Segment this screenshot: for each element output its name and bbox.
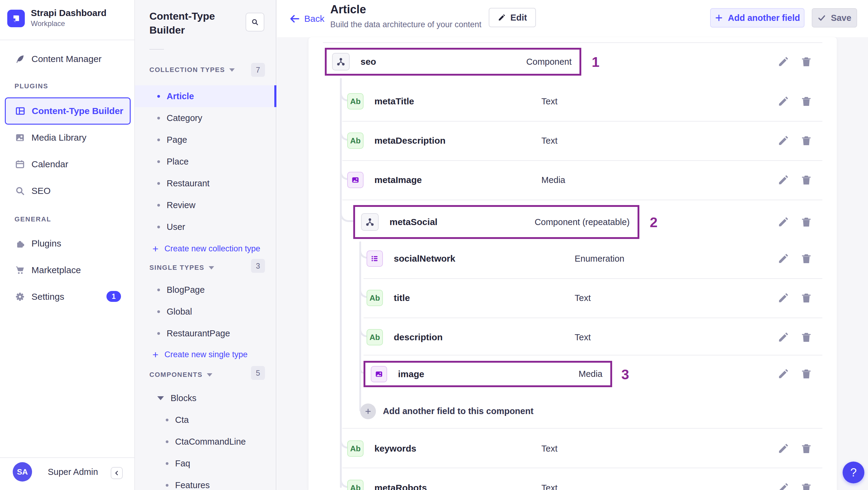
bullet-icon (166, 462, 168, 465)
check-icon (817, 13, 826, 22)
edit-pencil-icon[interactable] (777, 442, 789, 455)
field-name: keywords (374, 443, 416, 454)
plus-icon: + (152, 244, 158, 254)
pencil-icon (498, 13, 506, 22)
main-sidebar: Strapi Dashboard Workplace Content Manag… (0, 0, 135, 490)
row-actions (777, 95, 812, 108)
sidebar-item-plugins[interactable]: Plugins (0, 233, 135, 254)
field-type: Text (575, 332, 591, 342)
user-avatar[interactable]: SA (13, 462, 32, 482)
edit-pencil-icon[interactable] (777, 292, 789, 304)
page-header: Back Article Build the data architecture… (277, 0, 868, 37)
bullet-icon (157, 332, 160, 335)
bullet-icon (157, 226, 160, 228)
subnav-item-global[interactable]: Global (135, 301, 276, 323)
field-type: Media (541, 175, 565, 185)
sidebar-item-label: Settings (31, 292, 64, 302)
back-link[interactable]: Back (289, 13, 324, 24)
row-actions (777, 134, 812, 147)
strapi-app: Strapi Dashboard Workplace Content Manag… (0, 0, 868, 490)
sidebar-item-marketplace[interactable]: Marketplace (0, 259, 135, 281)
field-row-description[interactable]: Ab description Text (309, 321, 823, 353)
puzzle-icon (14, 238, 25, 249)
subnav-item-user[interactable]: User (135, 216, 276, 238)
active-indicator (274, 85, 276, 107)
subnav-item-blogpage[interactable]: BlogPage (135, 279, 276, 301)
field-row-socialnetwork[interactable]: socialNetwork Enumeration (309, 243, 823, 274)
sidebar-item-label: Calendar (31, 159, 68, 170)
field-row-seo[interactable]: seo Component 1 (325, 48, 581, 75)
user-name: Super Admin (48, 467, 98, 477)
delete-trash-icon[interactable] (800, 216, 812, 228)
edit-pencil-icon[interactable] (777, 331, 789, 343)
components-count: 5 (251, 366, 265, 380)
field-row-metatitle[interactable]: Ab metaTitle Text (309, 86, 823, 117)
edit-pencil-icon[interactable] (777, 134, 789, 147)
delete-trash-icon[interactable] (800, 252, 812, 265)
delete-trash-icon[interactable] (800, 95, 812, 108)
delete-trash-icon[interactable] (800, 442, 812, 455)
subnav-item-faq[interactable]: Faq (135, 453, 276, 474)
field-row-metaimage[interactable]: metaImage Media (309, 164, 823, 196)
field-row-keywords[interactable]: Ab keywords Text (309, 433, 823, 464)
section-components[interactable]: COMPONENTS (149, 371, 212, 379)
subnav-item-restaurant[interactable]: Restaurant (135, 173, 276, 194)
section-single-types[interactable]: SINGLE TYPES (149, 264, 214, 272)
sidebar-collapse-button[interactable] (111, 467, 123, 479)
field-type: Text (541, 483, 557, 490)
subnav-item-place[interactable]: Place (135, 151, 276, 173)
delete-trash-icon[interactable] (800, 174, 812, 186)
save-button[interactable]: Save (812, 8, 857, 28)
subnav-item-review[interactable]: Review (135, 194, 276, 216)
subnav-item-restaurantpage[interactable]: RestaurantPage (135, 323, 276, 344)
chevron-down-icon (229, 68, 235, 72)
create-single-type-link[interactable]: + Create new single type (135, 345, 276, 364)
field-type: Component (repeatable) (535, 217, 630, 227)
add-another-field-button[interactable]: Add another field (710, 8, 805, 28)
subnav-item-features[interactable]: Features (135, 474, 276, 490)
field-row-metadescription[interactable]: Ab metaDescription Text (309, 125, 823, 156)
subnav-item-category[interactable]: Category (135, 107, 276, 129)
edit-pencil-icon[interactable] (777, 174, 789, 186)
delete-trash-icon[interactable] (800, 331, 812, 343)
sidebar-item-seo[interactable]: SEO (0, 180, 135, 202)
delete-trash-icon[interactable] (800, 292, 812, 304)
sidebar-item-label: Content-Type Builder (32, 106, 123, 116)
field-row-image[interactable]: image Media 3 (364, 361, 612, 387)
delete-trash-icon[interactable] (800, 134, 812, 147)
add-field-to-component-button[interactable] (360, 403, 376, 419)
divider (364, 355, 822, 356)
delete-trash-icon[interactable] (800, 368, 812, 380)
field-row-metasocial[interactable]: metaSocial Component (repeatable) 2 (353, 205, 639, 239)
delete-trash-icon[interactable] (800, 56, 812, 68)
sidebar-item-calendar[interactable]: Calendar (0, 154, 135, 175)
edit-pencil-icon[interactable] (777, 482, 789, 490)
edit-pencil-icon[interactable] (777, 56, 789, 68)
subnav-item-page[interactable]: Page (135, 129, 276, 151)
section-collection-types[interactable]: COLLECTION TYPES (149, 66, 235, 74)
subnav-item-cta[interactable]: Cta (135, 409, 276, 431)
edit-pencil-icon[interactable] (777, 95, 789, 108)
subnav-item-article[interactable]: Article (135, 85, 276, 107)
add-field-to-component-label[interactable]: Add another field to this component (383, 406, 533, 416)
annotation-number-2: 2 (650, 214, 657, 231)
field-row-metarobots[interactable]: Ab metaRobots Text (309, 472, 823, 490)
edit-button[interactable]: Edit (489, 8, 536, 27)
sidebar-item-content-type-builder[interactable]: Content-Type Builder (5, 97, 131, 125)
search-button[interactable] (246, 13, 264, 31)
edit-pencil-icon[interactable] (777, 216, 789, 228)
sidebar-item-content-manager[interactable]: Content Manager (0, 49, 135, 69)
subnav-item-ctacommandline[interactable]: CtaCommandLine (135, 431, 276, 453)
row-actions (777, 56, 812, 68)
help-button[interactable]: ? (843, 462, 864, 483)
divider (342, 160, 822, 161)
create-collection-type-link[interactable]: + Create new collection type (135, 239, 276, 258)
edit-pencil-icon[interactable] (777, 252, 789, 265)
delete-trash-icon[interactable] (800, 482, 812, 490)
component-group-blocks[interactable]: Blocks (135, 387, 276, 409)
edit-pencil-icon[interactable] (777, 368, 789, 380)
field-type: Media (579, 369, 602, 379)
field-row-title[interactable]: Ab title Text (309, 282, 823, 314)
content-type-builder-subnav: Content-Type Builder COLLECTION TYPES 7 … (135, 0, 276, 490)
sidebar-item-media-library[interactable]: Media Library (0, 127, 135, 148)
